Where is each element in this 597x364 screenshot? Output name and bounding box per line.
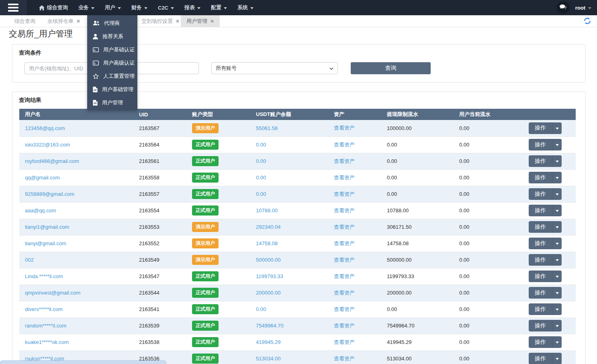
- username-link[interactable]: divers*****il.com: [25, 306, 63, 312]
- username-link[interactable]: random*****il.com: [25, 323, 66, 329]
- account-type-select[interactable]: 所有账号: [211, 62, 338, 74]
- action-button[interactable]: 操作: [529, 172, 552, 183]
- username-link[interactable]: aaa@qq.com: [25, 207, 56, 214]
- view-assets-link[interactable]: 查看资产: [334, 224, 355, 230]
- usdt-balance-link[interactable]: 500000.00: [256, 257, 280, 263]
- view-assets-link[interactable]: 查看资产: [334, 257, 355, 263]
- usdt-balance-link[interactable]: 7549964.70: [256, 323, 284, 329]
- action-button[interactable]: 操作: [529, 155, 552, 167]
- action-dropdown-toggle[interactable]: [552, 238, 562, 249]
- action-split-button[interactable]: 操作: [529, 205, 562, 216]
- action-dropdown-toggle[interactable]: [552, 155, 562, 167]
- view-assets-link[interactable]: 查看资产: [334, 191, 355, 197]
- nav-item-2[interactable]: 业务: [73, 0, 100, 15]
- action-button[interactable]: 操作: [529, 303, 552, 315]
- tab-2[interactable]: 永续持仓单✕: [42, 15, 86, 27]
- action-button[interactable]: 操作: [529, 320, 552, 331]
- usdt-balance-link[interactable]: 419945.29: [256, 339, 280, 345]
- view-assets-link[interactable]: 查看资产: [334, 158, 355, 164]
- usdt-balance-link[interactable]: 0.00: [256, 175, 266, 181]
- menu-item-1[interactable]: 代理商: [87, 16, 137, 30]
- username-link[interactable]: royford466@gmail.com: [25, 158, 79, 164]
- nav-item-6[interactable]: 报表: [179, 0, 206, 15]
- action-split-button[interactable]: 操作: [529, 122, 562, 134]
- nav-item-3[interactable]: 用户: [100, 0, 126, 15]
- action-dropdown-toggle[interactable]: [552, 188, 562, 200]
- close-icon[interactable]: ✕: [176, 18, 180, 24]
- view-assets-link[interactable]: 查看资产: [334, 323, 355, 329]
- action-dropdown-toggle[interactable]: [552, 221, 562, 233]
- close-icon[interactable]: ✕: [76, 18, 80, 24]
- tab-4[interactable]: 用户管理✕: [181, 15, 220, 27]
- nav-item-1[interactable]: 综合查询: [34, 0, 73, 15]
- action-button[interactable]: 操作: [529, 238, 552, 249]
- menu-item-2[interactable]: 推荐关系: [87, 30, 137, 43]
- view-assets-link[interactable]: 查看资产: [334, 207, 355, 214]
- usdt-balance-link[interactable]: 0.00: [256, 306, 266, 312]
- usdt-balance-link[interactable]: 0.00: [256, 191, 266, 197]
- usdt-balance-link[interactable]: 10788.00: [256, 207, 278, 214]
- action-dropdown-toggle[interactable]: [552, 254, 562, 266]
- menu-item-7[interactable]: 用户管理: [87, 96, 137, 109]
- view-assets-link[interactable]: 查看资产: [334, 306, 355, 312]
- view-assets-link[interactable]: 查看资产: [334, 125, 355, 131]
- view-assets-link[interactable]: 查看资产: [334, 339, 355, 345]
- action-split-button[interactable]: 操作: [529, 238, 562, 249]
- tab-1[interactable]: 综合查询: [9, 15, 41, 27]
- tab-3[interactable]: 交割场控设置✕: [136, 15, 185, 27]
- action-dropdown-toggle[interactable]: [552, 172, 562, 183]
- usdt-balance-link[interactable]: 55061.56: [256, 125, 278, 131]
- nav-item-5[interactable]: C2C: [153, 0, 179, 15]
- menu-item-5[interactable]: 人工重置管理: [87, 69, 137, 83]
- action-button[interactable]: 操作: [529, 205, 552, 216]
- username-link[interactable]: tianyi1@gmail.com: [25, 224, 69, 230]
- refresh-button[interactable]: [583, 17, 591, 26]
- username-link[interactable]: Linda.*****il.com: [25, 273, 63, 279]
- nav-item-8[interactable]: 系统: [232, 0, 259, 15]
- action-dropdown-toggle[interactable]: [552, 336, 562, 348]
- view-assets-link[interactable]: 查看资产: [334, 290, 355, 296]
- username-link[interactable]: 123456@qq.com: [25, 125, 65, 131]
- usdt-balance-link[interactable]: 200000.00: [256, 290, 280, 296]
- action-split-button[interactable]: 操作: [529, 353, 562, 364]
- usdt-balance-link[interactable]: 0.00: [256, 158, 266, 164]
- username-link[interactable]: tianyi@gmail.com: [25, 240, 66, 246]
- action-split-button[interactable]: 操作: [529, 155, 562, 167]
- action-dropdown-toggle[interactable]: [552, 303, 562, 315]
- action-button[interactable]: 操作: [529, 188, 552, 200]
- action-button[interactable]: 操作: [529, 254, 552, 266]
- usdt-balance-link[interactable]: 14758.08: [256, 240, 278, 246]
- menu-item-6[interactable]: 用户基础管理: [87, 83, 137, 96]
- view-assets-link[interactable]: 查看资产: [334, 142, 355, 148]
- username-link[interactable]: qmpvinvest@gmail.com: [25, 290, 80, 296]
- chat-button[interactable]: [557, 2, 570, 14]
- username-link[interactable]: 002: [25, 257, 34, 263]
- search-button[interactable]: 查询: [351, 62, 431, 74]
- action-button[interactable]: 操作: [529, 287, 552, 299]
- action-dropdown-toggle[interactable]: [552, 320, 562, 331]
- action-button[interactable]: 操作: [529, 221, 552, 233]
- action-button[interactable]: 操作: [529, 122, 552, 134]
- action-button[interactable]: 操作: [529, 353, 552, 364]
- usdt-balance-link[interactable]: 513034.00: [256, 356, 280, 362]
- action-split-button[interactable]: 操作: [529, 320, 562, 331]
- menu-item-4[interactable]: 用户高级认证: [87, 56, 137, 69]
- action-split-button[interactable]: 操作: [529, 254, 562, 266]
- close-icon[interactable]: ✕: [210, 18, 214, 24]
- action-split-button[interactable]: 操作: [529, 221, 562, 233]
- action-split-button[interactable]: 操作: [529, 270, 562, 282]
- username-link[interactable]: ioio3322@163.com: [25, 142, 70, 148]
- action-split-button[interactable]: 操作: [529, 172, 562, 183]
- username-link[interactable]: kuake1*****ok.com: [25, 339, 69, 345]
- usdt-balance-link[interactable]: 1199793.33: [256, 273, 283, 279]
- action-split-button[interactable]: 操作: [529, 287, 562, 299]
- action-button[interactable]: 操作: [529, 139, 552, 150]
- action-split-button[interactable]: 操作: [529, 188, 562, 200]
- action-dropdown-toggle[interactable]: [552, 287, 562, 299]
- action-dropdown-toggle[interactable]: [552, 139, 562, 150]
- user-dropdown[interactable]: root: [575, 5, 591, 11]
- action-button[interactable]: 操作: [529, 336, 552, 348]
- view-assets-link[interactable]: 查看资产: [334, 356, 355, 362]
- action-dropdown-toggle[interactable]: [552, 205, 562, 216]
- usdt-balance-link[interactable]: 292340.04: [256, 224, 280, 230]
